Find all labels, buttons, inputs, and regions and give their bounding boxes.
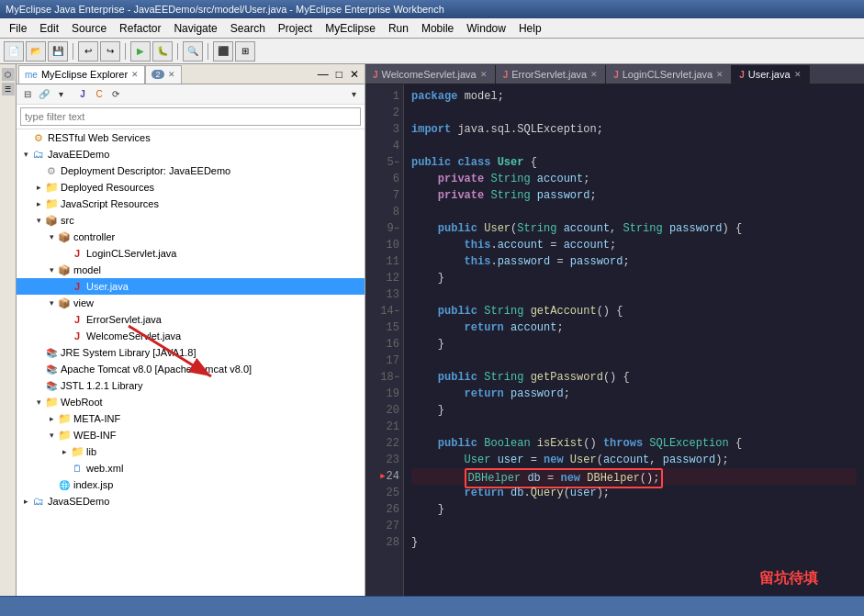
link-with-editor-button[interactable]: 🔗 [37,87,51,102]
tree-item[interactable]: ▾📁WebRoot [17,394,365,410]
tree-toggle-icon[interactable]: ▸ [33,198,44,209]
menu-edit[interactable]: Edit [34,20,64,37]
editor-tab-welcomeservlet-java[interactable]: JWelcomeServlet.java ✕ [365,65,496,84]
explorer-menu-button[interactable]: ▾ [53,87,68,102]
views-menu-button[interactable]: ▾ [346,87,361,102]
tree-item-label: ErrorServlet.java [86,314,162,325]
menu-project[interactable]: Project [273,20,318,37]
menu-mobile[interactable]: Mobile [416,20,459,37]
tree-toggle-icon[interactable]: ▾ [20,149,31,160]
tree-item[interactable]: JWelcomeServlet.java [17,328,365,344]
myeclipse-explorer-tab[interactable]: me MyEclipse Explorer ✕ [18,65,145,84]
tree-toggle-icon[interactable] [20,132,31,143]
second-tab-close[interactable]: ✕ [168,70,175,79]
tree-item[interactable]: ⚙Deployment Descriptor: JavaEEDemo [17,162,365,179]
filter-input[interactable] [20,107,361,126]
maximize-panel-button[interactable]: □ [332,68,346,81]
tree-item[interactable]: ▾📦model [17,262,365,278]
tree-item[interactable]: ▸🗂JavaSEDemo [17,493,365,510]
file-tree[interactable]: ⚙RESTful Web Services▾🗂JavaEEDemo ⚙Deplo… [17,129,365,596]
new-java-button[interactable]: J [75,87,90,102]
tree-item[interactable]: JUser.java [17,278,365,295]
tree-item[interactable]: ▾📦src [17,212,365,229]
tree-toggle-icon[interactable] [33,347,44,358]
explorer-tab-close[interactable]: ✕ [131,70,139,79]
menu-run[interactable]: Run [383,20,414,37]
tree-item[interactable]: 📚JRE System Library [JAVA1.8] [17,344,365,361]
undo-button[interactable]: ↩ [78,41,98,62]
tree-toggle-icon[interactable] [59,281,70,292]
line-number: 9− [367,220,399,237]
tree-item[interactable]: ▾📦controller [17,229,365,245]
tree-toggle-icon[interactable]: ▸ [46,413,57,424]
line-number: 6 [367,171,399,187]
menu-window[interactable]: Window [461,20,511,37]
views-button[interactable]: ⊞ [235,41,255,62]
tree-toggle-icon[interactable]: ▾ [33,397,44,408]
menu-source[interactable]: Source [66,20,112,37]
tree-item[interactable]: ▸📁Deployed Resources [17,179,365,196]
strip-icon-2[interactable]: ☰ [2,83,15,95]
tree-item[interactable]: ▾📦view [17,295,365,311]
tree-item[interactable]: 📚JSTL 1.2.1 Library [17,377,365,394]
menu-refactor[interactable]: Refactor [114,20,166,37]
new-button[interactable]: 📄 [4,41,24,62]
tree-item[interactable]: ▸📁META-INF [17,410,365,427]
tree-toggle-icon[interactable] [59,314,70,325]
editor-tab-close[interactable]: ✕ [590,70,598,79]
tree-toggle-icon[interactable]: ▾ [46,430,57,441]
menu-file[interactable]: File [4,20,32,37]
tree-toggle-icon[interactable] [33,165,44,176]
tree-toggle-icon[interactable]: ▾ [33,215,44,226]
collapse-all-button[interactable]: ⊟ [20,87,35,102]
refresh-button[interactable]: ⟳ [108,87,123,102]
perspective-button[interactable]: ⬛ [213,41,233,62]
line-number: 15 [367,319,399,336]
tree-item[interactable]: ⚙RESTful Web Services [17,129,365,146]
tree-item[interactable]: ▸📁lib [17,443,365,460]
menu-search[interactable]: Search [225,20,271,37]
tree-toggle-icon[interactable] [59,463,70,474]
tree-toggle-icon[interactable]: ▸ [59,446,70,457]
tree-toggle-icon[interactable]: ▸ [33,182,44,193]
redo-button[interactable]: ↪ [100,41,120,62]
tree-item[interactable]: ▸📁JavaScript Resources [17,196,365,212]
editor-tab-errorservlet-java[interactable]: JErrorServlet.java ✕ [496,65,606,84]
editor-tab-user-java[interactable]: JUser.java ✕ [732,65,809,84]
debug-button[interactable]: 🐛 [152,41,173,62]
tree-toggle-icon[interactable] [33,364,44,375]
tree-item[interactable]: 🗒web.xml [17,460,365,476]
tree-item[interactable]: 📚Apache Tomcat v8.0 [Apache Tomcat v8.0] [17,361,365,377]
editor-tab-loginclservlet-java[interactable]: JLoginCLServlet.java ✕ [606,65,732,84]
code-content[interactable]: package model; import java.sql.SQLExcept… [404,84,864,596]
tree-item[interactable]: JErrorServlet.java [17,311,365,328]
strip-icon-1[interactable]: ⬡ [2,68,15,81]
run-button[interactable]: ▶ [130,41,151,62]
tree-item[interactable]: JLoginCLServlet.java [17,245,365,262]
menu-help[interactable]: Help [513,20,547,37]
tree-toggle-icon[interactable]: ▾ [46,231,57,242]
new-class-button[interactable]: C [92,87,107,102]
code-line: } [411,501,857,518]
tree-item[interactable]: 🌐index.jsp [17,476,365,493]
tree-toggle-icon[interactable]: ▾ [46,264,57,275]
tree-toggle-icon[interactable]: ▾ [46,297,57,308]
tree-toggle-icon[interactable] [33,380,44,391]
save-button[interactable]: 💾 [48,41,68,62]
tree-item[interactable]: ▾🗂JavaEEDemo [17,146,365,162]
tree-item[interactable]: ▾📁WEB-INF [17,427,365,443]
editor-tab-close[interactable]: ✕ [480,70,488,79]
editor-tab-close[interactable]: ✕ [716,70,724,79]
close-panel-button[interactable]: ✕ [346,68,363,81]
tree-toggle-icon[interactable] [59,330,70,342]
minimize-panel-button[interactable]: — [314,68,332,81]
tree-toggle-icon[interactable]: ▸ [20,496,31,507]
editor-tab-close[interactable]: ✕ [794,70,802,79]
tree-toggle-icon[interactable] [59,248,70,259]
second-tab[interactable]: 2 ✕ [145,65,182,84]
tree-toggle-icon[interactable] [46,479,57,490]
menu-myeclipse[interactable]: MyEclipse [320,20,381,37]
open-button[interactable]: 📂 [26,41,46,62]
menu-navigate[interactable]: Navigate [168,20,222,37]
search-button[interactable]: 🔍 [183,41,203,62]
